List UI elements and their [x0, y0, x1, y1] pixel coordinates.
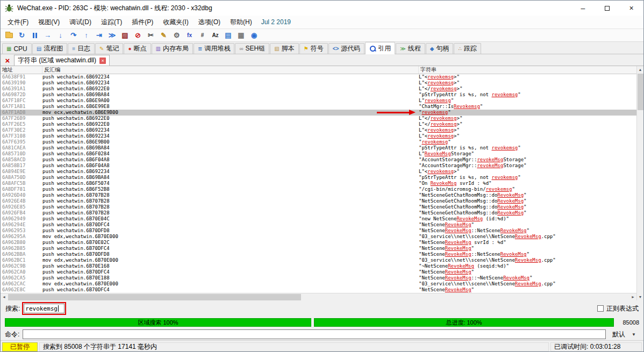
table-row[interactable]: 6A926E85push wechatwin.6B707B28"NetScene…	[1, 204, 636, 210]
command-profile-dropdown[interactable]: 默认 ▼	[609, 329, 639, 339]
scroll-left-icon[interactable]: ◄	[1, 293, 8, 300]
scroll-up-icon[interactable]: ▲	[637, 66, 643, 73]
scissors-button[interactable]: ✂	[145, 30, 157, 41]
tab-strings-wechatwin[interactable]: 字符串 (区域 wechatwin.dll) ×	[14, 55, 110, 66]
tab-notes[interactable]: ✎笔记	[95, 43, 123, 54]
restart-button[interactable]: ↻	[16, 30, 28, 41]
table-row[interactable]: 6A8AFC5Bpush wechatwin.6B6F5074"On Revok…	[1, 181, 636, 186]
table-row[interactable]: 6A6391A1push wechatwin.6B6922E0L"</revok…	[1, 86, 636, 92]
menu-item[interactable]: 文件(F)	[3, 16, 33, 29]
tab-trace[interactable]: ∴跟踪	[454, 43, 481, 54]
step-over-button[interactable]: ↷	[67, 30, 80, 41]
step-out-button[interactable]: ↑	[80, 30, 92, 41]
menu-item[interactable]: 调试(D)	[65, 16, 96, 29]
tab-graph[interactable]: ▤流程图	[32, 43, 67, 54]
table-row[interactable]: 6A8A750Dpush wechatwin.6B69BA84"pStrType…	[1, 175, 636, 181]
column-header-disassembly[interactable]: 反汇编	[42, 66, 419, 74]
table-row[interactable]: 6A96295Amov edx,wechatwin.6B70E000"03_se…	[1, 234, 636, 240]
table-row[interactable]: 6A962CACmov edx,wechatwin.6B70E000"03_se…	[1, 281, 636, 287]
tab-log[interactable]: ≡日志	[68, 43, 95, 54]
font-button[interactable]: Az	[209, 30, 221, 41]
table-row[interactable]: 6A7F26E5push wechatwin.6B6922E0L"</revok…	[1, 121, 636, 127]
grid-button[interactable]: ▦	[235, 30, 247, 41]
hash-button[interactable]: #	[196, 30, 209, 41]
table-row[interactable]: 6A96294Epush wechatwin.6B70DFC4"NetScene…	[1, 222, 636, 228]
table-row[interactable]: 6A962E8Cpush wechatwin.6B70DFC4"NetScene…	[1, 287, 636, 293]
table-row[interactable]: 6A7F6395push wechatwin.6B6E9B00"revokems…	[1, 139, 636, 145]
table-row[interactable]: 6A7F18FCpush wechatwin.6B6E9A00L"revokem…	[1, 98, 636, 104]
table-row[interactable]: 6A81CAEApush wechatwin.6B69BA84"pStrType…	[1, 145, 636, 151]
pause-button[interactable]	[28, 30, 41, 41]
column-header-string[interactable]: 字符串	[419, 66, 636, 74]
menu-item[interactable]: 收藏夹(I)	[158, 16, 193, 29]
tab-call-stack[interactable]: ≣调用堆栈	[194, 43, 234, 54]
tab-script[interactable]: ▧脚本	[270, 43, 298, 54]
tab-symbols[interactable]: ⚑符号	[299, 43, 328, 54]
tab-source[interactable]: <>源代码	[328, 43, 365, 54]
notes-doc-button[interactable]: ▤	[222, 30, 234, 41]
menu-item[interactable]: 帮助(H)	[225, 16, 257, 29]
title-bar[interactable]: WeChat.exe - PID: 263C - 模块: wechatwin.d…	[1, 1, 643, 16]
table-row[interactable]: 6A962B85push wechatwin.6B70DFC4"NetScene…	[1, 246, 636, 252]
table-row[interactable]: 6A962CA5push wechatwin.6B70E188"NetScene…	[1, 275, 636, 281]
regex-checkbox[interactable]	[597, 305, 604, 312]
table-row[interactable]: 6A926D40push wechatwin.6B707B28"NetScene…	[1, 192, 636, 198]
maximize-button[interactable]	[595, 1, 619, 16]
table-row[interactable]: 6A926FB4push wechatwin.6B707B28"NetScene…	[1, 210, 636, 216]
table-row[interactable]: 6A7F30E2push wechatwin.6B692234L"<revoke…	[1, 127, 636, 133]
horizontal-scrollbar[interactable]: ◄ ►	[1, 293, 636, 300]
table-row[interactable]: 6A638F91push wechatwin.6B692234L"<revoke…	[1, 74, 636, 80]
table-row[interactable]: 6A85710Dpush wechatwin.6B6F0284L"RevokeM…	[1, 151, 636, 157]
table-row[interactable]: 6A962CA0push wechatwin.6B70DFC4"NetScene…	[1, 269, 636, 275]
run-to-cursor-button[interactable]: ⇥	[93, 30, 105, 41]
table-row[interactable]: 6A962C9Bpush wechatwin.6B70E168"~NetScen…	[1, 263, 636, 269]
close-references-button[interactable]: ×	[3, 55, 12, 65]
pencil-button[interactable]: ✎	[158, 30, 170, 41]
tab-seh-chain[interactable]: ∞SEH链	[235, 43, 269, 54]
table-row[interactable]: 6A962BC1mov edx,wechatwin.6B70E000"03_se…	[1, 257, 636, 263]
table-row[interactable]: 6A962949push wechatwin.6B70E04C"new NetS…	[1, 216, 636, 222]
table-row[interactable]: 6A962BBApush wechatwin.6B70DFD8"NetScene…	[1, 252, 636, 257]
run-button[interactable]: →	[41, 30, 54, 41]
patch-button[interactable]: ▨	[119, 30, 131, 41]
animate-button[interactable]: ≫	[106, 30, 118, 41]
tab-threads[interactable]: ≫线程	[396, 43, 425, 54]
table-row[interactable]: 6A962953push wechatwin.6B70DFD8"NetScene…	[1, 228, 636, 234]
tab-handles[interactable]: ◆句柄	[426, 43, 454, 54]
table-row[interactable]: 6A7F3108push wechatwin.6B692234L"<revoke…	[1, 133, 636, 139]
step-into-button[interactable]: ↓	[54, 30, 67, 41]
browser-button[interactable]: ◉	[248, 30, 260, 41]
tab-memory-map[interactable]: ▥内存布局	[152, 43, 193, 54]
table-row[interactable]: 6A926E4Bpush wechatwin.6B707B28"NetScene…	[1, 198, 636, 204]
menu-item[interactable]: 插件(P)	[127, 16, 158, 29]
open-file-button[interactable]	[3, 30, 15, 41]
vertical-scrollbar[interactable]: ▲ ▼	[636, 66, 643, 300]
vertical-scroll-thumb[interactable]	[638, 74, 643, 110]
close-button[interactable]: ×	[619, 1, 643, 16]
minimize-button[interactable]: –	[571, 1, 595, 16]
scroll-down-icon[interactable]: ▼	[637, 293, 643, 300]
column-header-address[interactable]: 地址	[1, 66, 42, 74]
table-row[interactable]: 6A7F26B9push wechatwin.6B6922E0L"</revok…	[1, 116, 636, 121]
table-row[interactable]: 6A639190push wechatwin.6B692234L"<revoke…	[1, 80, 636, 86]
table-row[interactable]: 6A858ACDpush wechatwin.6B6F04A8"AccountS…	[1, 157, 636, 163]
settings-gear-button[interactable]: ⚙	[170, 30, 183, 41]
horizontal-scroll-thumb[interactable]	[8, 294, 301, 300]
tab-breakpoints[interactable]: ●断点	[124, 43, 151, 54]
table-row[interactable]: 6A7F1AD8mov ecx,wechatwin.6B6E9B00"revok…	[1, 110, 636, 116]
menu-item[interactable]: 选项(O)	[194, 16, 225, 29]
table-row[interactable]: 6A858B17push wechatwin.6B6F04A8"AccountS…	[1, 163, 636, 169]
table-row[interactable]: 6A69872Dpush wechatwin.6B69BA84"pStrType…	[1, 92, 636, 98]
tab-references[interactable]: 引用	[365, 42, 395, 54]
stop-button[interactable]: ⊘	[132, 30, 144, 41]
command-input[interactable]	[23, 329, 606, 339]
table-row[interactable]: 6A962B80push wechatwin.6B70E02C"NetScene…	[1, 240, 636, 246]
table-row[interactable]: 6A7F1AB1push wechatwin.6B6E99E8"ChatMgr:…	[1, 104, 636, 110]
table-row[interactable]: 6A894E9Epush wechatwin.6B692234L"<revoke…	[1, 169, 636, 175]
scroll-right-icon[interactable]: ►	[629, 293, 636, 300]
table-row[interactable]: 6A8DF781push wechatwin.6B6F52B8"/cgi-bin…	[1, 186, 636, 192]
close-tab-icon[interactable]: ×	[99, 58, 106, 64]
search-input[interactable]: revokemsg	[24, 304, 65, 313]
menu-item[interactable]: 追踪(T)	[96, 16, 127, 29]
calculator-button[interactable]: fx	[183, 30, 196, 41]
